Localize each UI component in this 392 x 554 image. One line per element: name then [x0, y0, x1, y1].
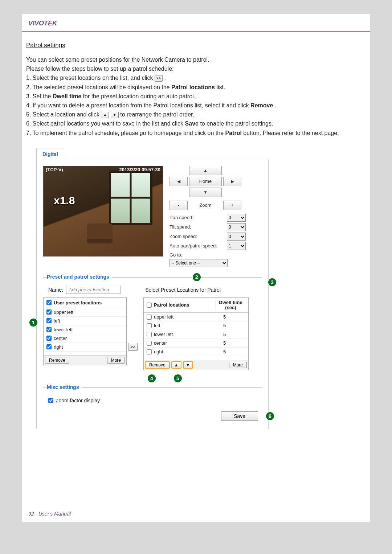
preset-legend: Preset and patrol settings — [47, 274, 112, 280]
step-text: 7. To implement the patrol schedule, ple… — [26, 130, 225, 136]
step-text: to enable the patrol settings. — [200, 120, 273, 127]
tilt-speed-select[interactable]: 0 — [227, 223, 246, 231]
step-text: for the preset location during an auto p… — [83, 93, 196, 99]
step-text: list. — [216, 84, 225, 90]
select-patrol-label: Select Preset Locations for Patrol — [145, 287, 221, 293]
intro-line: Please follow the steps below to set up … — [26, 65, 366, 73]
callout-4: 4 — [148, 374, 156, 382]
patrol-list-item[interactable]: upper left5 — [144, 313, 248, 321]
pan-speed-select[interactable]: 0 — [227, 214, 246, 222]
auto-speed-label: Auto pan/patrol speed: — [170, 243, 217, 249]
preset-remove-button[interactable]: Remove — [45, 357, 69, 364]
preset-item-checkbox[interactable] — [46, 309, 52, 315]
patrol-item-checkbox[interactable] — [147, 315, 152, 320]
camera-timestamp: 2013/3/20 09:57:30 — [119, 167, 160, 172]
preset-item-label: lower left — [54, 327, 73, 332]
callout-1: 1 — [29, 319, 37, 327]
tab-digital[interactable]: Digital — [36, 148, 64, 159]
save-button[interactable]: Save — [221, 411, 258, 421]
patrol-list-header: Patrol locations — [154, 302, 189, 308]
zoom-label: Zoom — [189, 201, 222, 210]
preset-item-label: left — [54, 318, 60, 324]
pan-speed-label: Pan speed: — [170, 215, 193, 220]
patrol-more-button[interactable]: More — [229, 362, 247, 368]
tilt-speed-label: Tilt speed: — [170, 224, 191, 230]
patrol-item-checkbox[interactable] — [147, 341, 152, 346]
preset-list-item[interactable]: right — [44, 343, 126, 352]
preset-list-item[interactable]: upper left — [44, 308, 126, 317]
step-bold: Remove — [250, 102, 273, 108]
patrol-item-dwell: 5 — [220, 314, 245, 320]
ptz-right-button[interactable]: ▶ — [223, 177, 241, 186]
transfer-button[interactable]: >> — [128, 343, 138, 351]
patrol-item-checkbox[interactable] — [147, 323, 152, 328]
preset-item-label: right — [54, 344, 63, 350]
zoom-in-button[interactable]: + — [223, 201, 241, 210]
arrow-up-icon: ▲ — [101, 112, 109, 118]
step-bold: Save — [185, 120, 199, 127]
auto-speed-select[interactable]: 1 — [227, 242, 246, 250]
goto-label: Go to: — [170, 252, 262, 258]
misc-legend: Misc settings — [47, 384, 82, 390]
patrol-list-item[interactable]: left5 — [144, 321, 248, 330]
preset-select-all-checkbox[interactable] — [46, 300, 52, 305]
ptz-up-button[interactable]: ▲ — [189, 166, 222, 175]
zoom-speed-label: Zoom speed: — [170, 234, 197, 239]
patrol-item-label: lower left — [154, 332, 173, 337]
callout-5: 5 — [174, 374, 182, 382]
arrow-down-icon: ▼ — [111, 112, 119, 118]
step-text: . — [275, 102, 276, 108]
patrol-item-checkbox[interactable] — [147, 332, 152, 337]
preset-more-button[interactable]: More — [107, 357, 125, 364]
preset-item-checkbox[interactable] — [46, 318, 52, 323]
patrol-item-label: center — [154, 340, 167, 346]
patrol-item-dwell: 5 — [220, 323, 245, 328]
patrol-move-up-button[interactable]: ▲ — [172, 362, 181, 368]
patrol-remove-button[interactable]: Remove — [145, 362, 170, 368]
preset-list-item[interactable]: center — [44, 334, 126, 343]
callout-2: 2 — [193, 273, 201, 281]
step-text: 1. Select the preset locations on the li… — [26, 75, 155, 81]
patrol-list-item[interactable]: lower left5 — [144, 330, 248, 339]
preset-item-checkbox[interactable] — [46, 327, 52, 332]
step-text: . — [164, 75, 166, 81]
ptz-left-button[interactable]: ◀ — [170, 177, 188, 186]
patrol-select-all-checkbox[interactable] — [147, 303, 152, 308]
patrol-item-checkbox[interactable] — [147, 349, 152, 354]
step-text: 2. The selected preset locations will be… — [26, 84, 171, 90]
preset-list-header: User preset locations — [54, 300, 102, 305]
ptz-down-button[interactable]: ▼ — [189, 188, 222, 197]
zoom-factor-display-checkbox[interactable] — [48, 398, 53, 403]
preset-list-item[interactable]: left — [44, 317, 126, 325]
goto-select[interactable]: -- Select one -- — [170, 259, 228, 267]
zoom-factor-overlay: x1.8 — [54, 194, 75, 207]
step-text: 6. Select patrol locations you want to s… — [26, 120, 185, 127]
patrol-list-item[interactable]: right5 — [144, 348, 248, 356]
brand-label: VIVOTEK — [28, 20, 57, 27]
page-footer: 92 - User's Manual — [28, 511, 71, 517]
callout-3: 3 — [268, 278, 276, 286]
name-label: Name: — [48, 287, 63, 293]
preset-list-item[interactable]: lower left — [44, 325, 126, 334]
preset-name-input[interactable] — [66, 286, 121, 294]
patrol-item-dwell: 5 — [220, 332, 245, 337]
zoom-factor-display-label: Zoom factor display — [56, 398, 100, 403]
patrol-item-label: right — [154, 349, 163, 354]
preset-item-label: center — [54, 336, 67, 341]
ptz-home-button[interactable]: Home — [189, 177, 222, 186]
patrol-item-label: left — [154, 323, 160, 328]
zoom-speed-select[interactable]: 0 — [227, 233, 246, 241]
step-bold: Patrol — [225, 130, 242, 136]
zoom-out-button[interactable]: - — [170, 201, 188, 210]
patrol-item-dwell: 5 — [220, 349, 245, 354]
step-bold: Dwell time — [53, 93, 81, 99]
preset-item-checkbox[interactable] — [46, 344, 52, 349]
patrol-move-down-button[interactable]: ▼ — [183, 362, 193, 368]
preset-item-label: upper left — [54, 309, 73, 315]
patrol-list-item[interactable]: center5 — [144, 339, 248, 348]
transfer-icon: >> — [155, 75, 163, 82]
patrol-item-dwell: 5 — [220, 340, 245, 346]
step-text: 5. Select a location and click — [26, 111, 101, 118]
step-text: to rearrange the patrol order. — [120, 111, 194, 118]
preset-item-checkbox[interactable] — [46, 336, 52, 341]
